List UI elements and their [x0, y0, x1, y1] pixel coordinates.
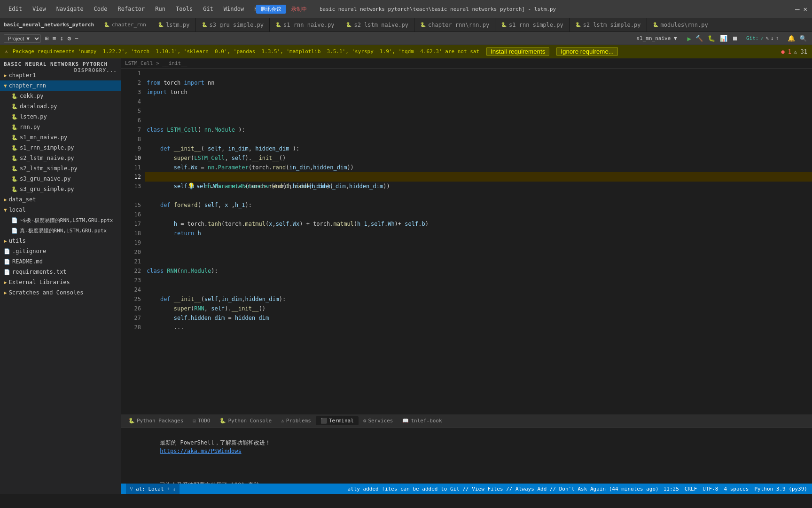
code-container[interactable]: 1 2 3 4 5 6 7 8 9 10 11 12 13 15 16 17 — [121, 69, 812, 414]
sidebar-item-dataload[interactable]: 🐍 dataload.py — [0, 101, 121, 111]
toolbar-icon-minus[interactable]: − — [73, 34, 80, 42]
tab-python-packages[interactable]: 🐍 Python Packages — [124, 416, 188, 425]
sidebar-item-s2-lstm-simple[interactable]: 🐍 s2_lstm_simple.py — [0, 163, 121, 174]
tab-python-console[interactable]: 🐍 Python Console — [215, 416, 276, 425]
menu-edit[interactable]: Edit — [5, 4, 26, 14]
project-dropdown[interactable]: Project ▼ — [4, 34, 41, 43]
branch-selector[interactable]: s1_mn_naive ▼ — [636, 35, 677, 41]
status-crlf[interactable]: CRLF — [685, 486, 697, 492]
tab-lstm[interactable]: 🐍 lstm.py — [152, 18, 196, 32]
tnlef-book-label: tnlef-book — [411, 418, 442, 424]
stop-icon[interactable]: ⏹ — [731, 34, 740, 42]
tab-chapter-rnn[interactable]: 🐍 chapter_rnn — [98, 18, 152, 32]
toolbar-icon-3[interactable]: ↕ — [59, 34, 65, 42]
close-btn[interactable]: ✕ — [804, 5, 807, 13]
terminal-line-2 — [126, 464, 807, 472]
sidebar-item-data-set[interactable]: ▶ data_set — [0, 194, 121, 205]
sidebar-label-local: local — [9, 206, 26, 213]
menu-run[interactable]: Run — [151, 4, 169, 14]
git-check-icon[interactable]: ✓ — [761, 35, 764, 41]
sidebar-item-pptx1[interactable]: 📄 ~$极-极度易懂的RNN,LSTM,GRU.pptx — [0, 215, 121, 225]
menu-refactor[interactable]: Refactor — [114, 4, 149, 14]
tab-modules-rnn[interactable]: 🐍 modules\rnn.py — [647, 18, 714, 32]
warning-icon: ⚠ — [5, 48, 8, 55]
sidebar-item-scratches[interactable]: ▶ Scratches and Consoles — [0, 287, 121, 298]
status-charset[interactable]: UTF-8 — [703, 486, 718, 492]
tencent-meeting-btn[interactable]: 腾讯会议 — [256, 5, 286, 14]
git-plus-icon[interactable]: + — [167, 486, 170, 492]
toolbar-icon-settings[interactable]: ⚙ — [66, 34, 72, 42]
code-text[interactable]: from torch import nn import torch class … — [145, 69, 812, 414]
search-icon[interactable]: 🔍 — [798, 34, 808, 42]
py-file-icon-3: 🐍 — [11, 114, 18, 120]
menu-git[interactable]: Git — [199, 4, 217, 14]
tab-s2-lstm-naive[interactable]: 🐍 s2_lstm_naive.py — [340, 18, 414, 32]
py-icon-2: 🐍 — [202, 22, 207, 27]
tab-chapter-rnn-rnn[interactable]: 🐍 chapter_rnn\rnn.py — [414, 18, 495, 32]
window-controls: — ✕ — [795, 5, 807, 14]
profile-icon[interactable]: 📊 — [718, 34, 729, 42]
ln-20: 20 — [124, 247, 141, 257]
status-indent[interactable]: 4 spaces — [724, 486, 749, 492]
file-icon-gitignore: 📄 — [4, 248, 10, 254]
tab-terminal[interactable]: ⬛ Terminal — [316, 416, 359, 425]
terminal-link-1[interactable]: https://aka.ms/PSWindows — [160, 448, 241, 454]
sidebar-item-s3-gru-simple[interactable]: 🐍 s3_gru_simple.py — [0, 184, 121, 194]
tab-s3-gru-simple[interactable]: 🐍 s3_gru_simple.py — [196, 18, 270, 32]
build-icon[interactable]: 🔨 — [694, 34, 704, 42]
minimize-btn[interactable]: — — [795, 5, 800, 14]
git-edit-icon[interactable]: ✎ — [765, 35, 769, 41]
git-down-icon[interactable]: ↓ — [771, 35, 774, 41]
sidebar-item-cekk[interactable]: 🐍 cekk.py — [0, 91, 121, 101]
git-branch-area[interactable]: ⑂ al: Local + ↓ — [126, 484, 180, 494]
tab-todo[interactable]: ☑ TODO — [188, 416, 215, 425]
sidebar-item-s2-lstm-naive[interactable]: 🐍 s2_lstm_naive.py — [0, 153, 121, 163]
tab-s1-rnn-naive[interactable]: 🐍 s1_rnn_naive.py — [270, 18, 340, 32]
sidebar-item-s3-gru-naive[interactable]: 🐍 s3_gru_naive.py — [0, 174, 121, 184]
sidebar-item-local[interactable]: ▼ local — [0, 205, 121, 215]
menu-window[interactable]: Window — [220, 4, 248, 14]
sidebar-item-chapter-rnn[interactable]: ▼ chapter_rnn — [0, 80, 121, 91]
tab-s2-lstm-simple[interactable]: 🐍 s2_lstm_simple.py — [570, 18, 647, 32]
ignore-requirements-btn[interactable]: Ignore requireme... — [556, 47, 618, 56]
sidebar-item-gitignore[interactable]: 📄 .gitignore — [0, 246, 121, 256]
code-line-10: super(LSTM_Cell, self).__init__() — [145, 153, 812, 163]
terminal-area[interactable]: 最新的 PowerShell，了解新功能和改进！ https://aka.ms/… — [121, 427, 812, 484]
notifications-icon[interactable]: 🔔 — [786, 34, 796, 42]
git-arrow-icon[interactable]: ↓ — [172, 486, 176, 492]
py-icon-8: 🐍 — [653, 22, 658, 27]
sidebar-label-utils: utils — [9, 238, 26, 244]
sidebar-item-chapter1[interactable]: ▶ chapter1 — [0, 70, 74, 80]
sidebar-item-lstm[interactable]: 🐍 lstem.py — [0, 111, 121, 122]
sidebar-item-external-libs[interactable]: ▶ External Libraries — [0, 277, 121, 287]
debug-icon[interactable]: 🐛 — [706, 34, 717, 42]
menu-code[interactable]: Code — [90, 4, 111, 14]
menu-navigate[interactable]: Navigate — [53, 4, 87, 14]
menu-tools[interactable]: Tools — [172, 4, 196, 14]
sidebar-item-utils[interactable]: ▶ utils — [0, 236, 121, 246]
status-language[interactable]: Python 3.9 (py39) — [754, 486, 807, 492]
sidebar-item-s1-rnn[interactable]: 🐍 s1_rnn_simple.py — [0, 143, 121, 153]
py-icon-lstm: 🐍 — [158, 22, 164, 27]
py-file-icon-8: 🐍 — [11, 166, 18, 172]
install-requirements-btn[interactable]: Install requirements — [486, 47, 549, 56]
tab-s1-rnn-simple[interactable]: 🐍 s1_rnn_simple.py — [495, 18, 570, 32]
sidebar-item-s1-mn[interactable]: 🐍 s1_mn_naive.py — [0, 132, 121, 143]
run-button[interactable]: ▶ — [687, 35, 691, 42]
menu-view[interactable]: View — [29, 4, 50, 14]
toolbar-icon-2[interactable]: ≡ — [51, 34, 58, 42]
sidebar-label-s3-gru-simple: s3_gru_simple.py — [20, 186, 74, 192]
project-label[interactable]: basic_neural_networks_pytorch — [0, 18, 98, 32]
recording-label: 录制中 — [291, 6, 307, 12]
status-line-col[interactable]: 11:25 — [664, 486, 679, 492]
ln-21: 21 — [124, 257, 141, 266]
sidebar-item-rnn[interactable]: 🐍 rnn.py — [0, 122, 121, 132]
tab-tnlef-book[interactable]: 📖 tnlef-book — [398, 416, 446, 425]
git-up-icon[interactable]: ↑ — [775, 35, 779, 41]
toolbar-icon-1[interactable]: ⊞ — [44, 34, 50, 42]
sidebar-item-readme[interactable]: 📄 README.md — [0, 256, 121, 267]
tab-problems[interactable]: ⚠ Problems — [276, 416, 316, 425]
tab-services[interactable]: ⚙ Services — [359, 416, 398, 425]
sidebar-item-pptx2[interactable]: 📄 真-极度易懂的RNN,LSTM,GRU.pptx — [0, 225, 121, 236]
sidebar-item-requirements[interactable]: 📄 requirements.txt — [0, 267, 121, 277]
